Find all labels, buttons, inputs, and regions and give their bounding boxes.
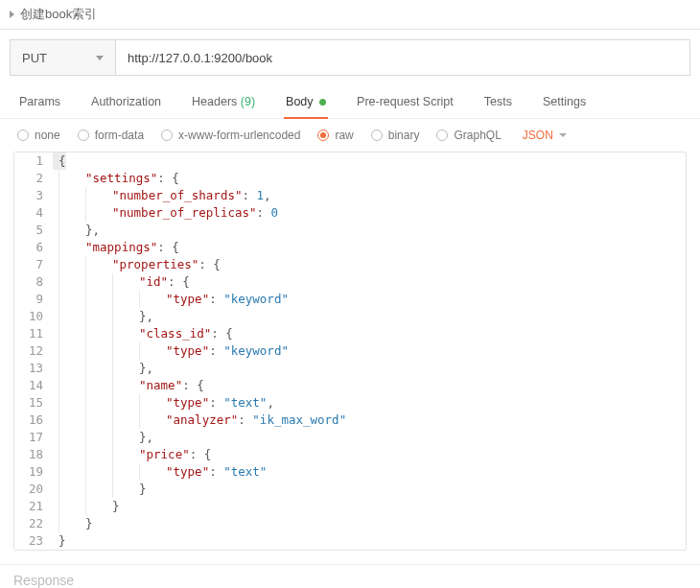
editor-line[interactable]: 19"type": "text": [14, 463, 686, 481]
body-type-graphql-label: GraphQL: [454, 129, 501, 142]
editor-line[interactable]: 12"type": "keyword": [14, 342, 686, 360]
body-type-raw-label: raw: [335, 129, 353, 142]
editor-line[interactable]: 11"class_id": {: [14, 325, 686, 342]
editor-line[interactable]: 16"analyzer": "ik_max_word": [14, 412, 686, 429]
line-number: 4: [14, 204, 53, 222]
line-number: 2: [14, 170, 53, 187]
body-type-raw[interactable]: raw: [317, 129, 353, 142]
line-number: 9: [14, 291, 53, 308]
request-title-bar[interactable]: 创建book索引: [0, 0, 700, 30]
request-title: 创建book索引: [20, 6, 97, 23]
line-number: 12: [14, 342, 53, 360]
line-number: 21: [14, 498, 53, 515]
line-number: 8: [14, 273, 53, 291]
line-code: "id": {: [53, 273, 190, 291]
editor-line[interactable]: 2"settings": {: [14, 170, 686, 187]
body-type-none[interactable]: none: [17, 129, 60, 142]
line-number: 20: [14, 481, 53, 498]
line-number: 16: [14, 412, 53, 429]
editor-line[interactable]: 1{: [14, 153, 686, 170]
body-type-x-www-label: x-www-form-urlencoded: [178, 129, 300, 142]
radio-icon: [161, 129, 173, 141]
line-code: "settings": {: [53, 170, 179, 187]
line-code: },: [53, 429, 153, 446]
line-number: 17: [14, 429, 53, 446]
tab-params[interactable]: Params: [17, 85, 62, 118]
editor-line[interactable]: 9"type": "keyword": [14, 291, 686, 308]
body-type-graphql[interactable]: GraphQL: [436, 129, 501, 142]
tab-headers[interactable]: Headers (9): [190, 85, 257, 118]
tab-headers-label: Headers: [192, 95, 237, 108]
line-code: "mappings": {: [53, 239, 179, 256]
body-modified-dot-icon: [319, 99, 326, 106]
editor-line[interactable]: 14"name": {: [14, 377, 686, 394]
body-type-none-label: none: [35, 129, 60, 142]
url-input[interactable]: http://127.0.0.1:9200/book: [115, 39, 690, 76]
line-code: "number_of_shards": 1,: [53, 187, 271, 204]
line-number: 18: [14, 446, 53, 463]
body-type-x-www[interactable]: x-www-form-urlencoded: [161, 129, 300, 142]
line-number: 13: [14, 360, 53, 377]
editor-line[interactable]: 21}: [14, 498, 686, 515]
tab-prerequest[interactable]: Pre-request Script: [355, 85, 455, 118]
line-code: {: [53, 153, 66, 170]
body-type-binary-label: binary: [388, 129, 420, 142]
radio-icon: [78, 129, 89, 141]
tab-body[interactable]: Body: [284, 85, 328, 118]
url-value: http://127.0.0.1:9200/book: [128, 51, 272, 65]
tab-settings[interactable]: Settings: [541, 85, 588, 118]
editor-line[interactable]: 4"number_of_replicas": 0: [14, 204, 686, 222]
line-number: 23: [14, 532, 53, 550]
tab-tests[interactable]: Tests: [482, 85, 514, 118]
line-code: "type": "keyword": [53, 342, 289, 360]
chevron-down-icon: [559, 133, 567, 137]
editor-line[interactable]: 15"type": "text",: [14, 394, 686, 412]
line-number: 7: [14, 256, 53, 273]
editor-line[interactable]: 8"id": {: [14, 273, 686, 291]
editor-line[interactable]: 7"properties": {: [14, 256, 686, 273]
line-code: }: [53, 481, 147, 498]
tab-authorization[interactable]: Authorization: [89, 85, 163, 118]
editor-line[interactable]: 20}: [14, 481, 686, 498]
line-number: 3: [14, 187, 53, 204]
editor-line[interactable]: 17},: [14, 429, 686, 446]
radio-icon: [436, 129, 448, 141]
editor-line[interactable]: 13},: [14, 360, 686, 377]
editor-line[interactable]: 23}: [14, 532, 686, 550]
editor-line[interactable]: 3"number_of_shards": 1,: [14, 187, 686, 204]
editor-line[interactable]: 6"mappings": {: [14, 239, 686, 256]
line-code: "type": "keyword": [53, 291, 289, 308]
radio-icon: [17, 129, 29, 141]
line-number: 11: [14, 325, 53, 342]
response-section-header[interactable]: Response: [0, 564, 700, 588]
editor-line[interactable]: 18"price": {: [14, 446, 686, 463]
editor-line[interactable]: 5},: [14, 222, 686, 239]
line-number: 14: [14, 377, 53, 394]
body-format-select[interactable]: JSON: [523, 129, 567, 142]
body-type-form-data[interactable]: form-data: [78, 129, 144, 142]
line-code: "class_id": {: [53, 325, 233, 342]
body-type-row: none form-data x-www-form-urlencoded raw…: [0, 119, 700, 152]
line-code: "number_of_replicas": 0: [53, 204, 278, 222]
line-number: 22: [14, 515, 53, 532]
line-code: "properties": {: [53, 256, 221, 273]
radio-icon: [317, 129, 329, 141]
line-code: },: [53, 308, 153, 325]
editor-line[interactable]: 22}: [14, 515, 686, 532]
line-code: },: [53, 360, 153, 377]
http-method-value: PUT: [22, 51, 47, 65]
line-code: "type": "text": [53, 463, 267, 481]
tab-body-label: Body: [286, 95, 314, 108]
line-number: 5: [14, 222, 53, 239]
line-number: 6: [14, 239, 53, 256]
body-format-label: JSON: [523, 129, 553, 142]
code-editor[interactable]: 1{2"settings": {3"number_of_shards": 1,4…: [13, 152, 687, 551]
line-code: }: [53, 532, 66, 550]
line-code: }: [53, 515, 93, 532]
tab-headers-count: (9): [241, 95, 255, 108]
editor-line[interactable]: 10},: [14, 308, 686, 325]
body-type-binary[interactable]: binary: [371, 129, 420, 142]
line-number: 1: [14, 153, 53, 170]
http-method-select[interactable]: PUT: [10, 39, 115, 76]
line-number: 10: [14, 308, 53, 325]
